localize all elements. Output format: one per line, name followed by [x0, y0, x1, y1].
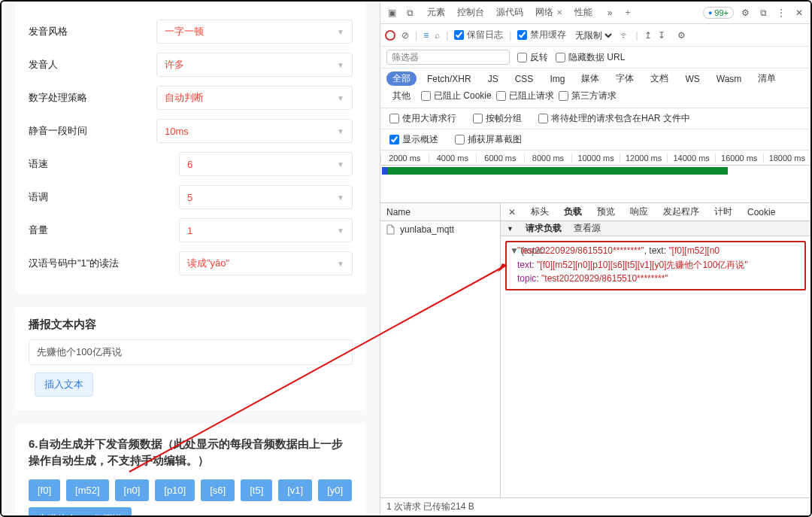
payload-section-header[interactable]: ▼ 请求负载 查看源: [501, 221, 810, 236]
select-speaker[interactable]: 许多▼: [156, 53, 353, 77]
select-one-pronounce[interactable]: 读成"yāo"▼: [179, 251, 353, 275]
dock-icon[interactable]: ⧉: [756, 6, 770, 20]
type-chip[interactable]: Wasm: [710, 73, 748, 85]
search-icon[interactable]: ⌕: [435, 30, 440, 41]
timeline-overview[interactable]: [380, 166, 810, 203]
har-checkbox[interactable]: 将待处理的请求包含在HAR 文件中: [538, 112, 690, 125]
audio-token: [y0]: [318, 479, 352, 501]
options-row-1: 使用大请求行 按帧分组 将待处理的请求包含在HAR 文件中: [380, 108, 810, 129]
type-chip[interactable]: 文档: [644, 71, 674, 86]
label-number-strategy: 数字处理策略: [29, 91, 156, 105]
detail-tab-preview[interactable]: 预览: [589, 205, 623, 218]
detail-tab-initiator[interactable]: 发起程序: [656, 205, 707, 218]
blocked-requests-checkbox[interactable]: 已阻止请求: [496, 90, 554, 102]
issues-badge[interactable]: 99+: [703, 7, 734, 19]
select-volume[interactable]: 1▼: [179, 218, 353, 242]
request-row[interactable]: yunlaba_mqtt: [380, 221, 500, 238]
overview-checkbox[interactable]: 显示概述: [389, 133, 438, 146]
preserve-log-checkbox[interactable]: 保留日志: [454, 29, 503, 41]
select-number-strategy[interactable]: 自动判断▼: [156, 86, 353, 110]
name-header[interactable]: Name: [380, 203, 500, 221]
close-detail-icon[interactable]: ✕: [501, 207, 523, 217]
detail-tab-response[interactable]: 响应: [623, 205, 656, 218]
chevron-down-icon: ▼: [337, 127, 344, 135]
label-one-pronounce: 汉语号码中"1"的读法: [29, 257, 156, 270]
gear-icon[interactable]: ⚙: [677, 30, 686, 41]
hide-data-url-checkbox[interactable]: 隐藏数据 URL: [556, 51, 625, 64]
type-chip[interactable]: Img: [544, 73, 571, 85]
close-devtools-icon[interactable]: ✕: [792, 6, 806, 20]
tab-network[interactable]: 网络✕: [529, 3, 568, 22]
type-chip[interactable]: 媒体: [575, 71, 605, 86]
insert-text-button[interactable]: 插入文本: [35, 373, 93, 397]
filter-input[interactable]: [386, 50, 510, 65]
audio-token: [p10]: [155, 479, 195, 501]
screenshot-checkbox[interactable]: 捕获屏幕截图: [455, 133, 522, 146]
section-6: 6.自动生成并下发音频数据（此处显示的每段音频数据由上一步操作自动生成，不支持手…: [15, 424, 366, 515]
payload-title: 请求负载: [526, 222, 562, 235]
type-chip[interactable]: 清单: [752, 71, 782, 86]
third-party-checkbox[interactable]: 第三方请求: [559, 90, 617, 102]
select-silence[interactable]: 10ms▼: [156, 119, 353, 143]
caret-down-icon: ▼: [507, 225, 514, 233]
type-chip-all[interactable]: 全部: [386, 71, 417, 86]
close-icon[interactable]: ✕: [556, 8, 562, 17]
type-chip[interactable]: 字体: [610, 71, 640, 86]
timeline-bar: [382, 167, 728, 175]
timeline-ruler[interactable]: 2000 ms 4000 ms 6000 ms 8000 ms 10000 ms…: [380, 151, 810, 166]
wifi-icon[interactable]: ᯤ: [620, 30, 629, 41]
disable-cache-checkbox[interactable]: 禁用缓存: [517, 29, 566, 41]
detail-tab-headers[interactable]: 标头: [523, 205, 556, 218]
inspect-icon[interactable]: ▣: [385, 6, 398, 20]
throttle-select[interactable]: 无限制: [572, 29, 614, 41]
detail-tab-payload[interactable]: 负载: [556, 205, 589, 218]
app-panel: 发音风格一字一顿▼ 发音人许多▼ 数字处理策略自动判断▼ 静音一段时间10ms▼…: [2, 2, 380, 515]
devtools-panel: ▣ ⧉ 元素 控制台 源代码 网络✕ 性能 » ＋ 99+ ⚙ ⧉ ⋮ ✕ ⊘ …: [380, 2, 810, 515]
blocked-cookies-checkbox[interactable]: 已阻止 Cookie: [421, 90, 492, 102]
more-tabs-icon[interactable]: »: [603, 6, 617, 20]
file-icon: [386, 224, 395, 235]
select-voice-style[interactable]: 一字一顿▼: [156, 20, 353, 44]
label-speed: 语速: [29, 157, 156, 171]
select-speed[interactable]: 6▼: [179, 152, 353, 176]
type-chip[interactable]: WS: [679, 73, 705, 85]
type-filter-row: 全部 Fetch/XHR JS CSS Img 媒体 字体 文档 WS Wasm…: [380, 68, 810, 108]
audio-token: [s6]: [201, 479, 235, 501]
download-icon[interactable]: ↧: [658, 30, 665, 41]
request-name: yunlaba_mqtt: [400, 224, 454, 235]
invert-checkbox[interactable]: 反转: [517, 51, 548, 64]
detail-tab-timing[interactable]: 计时: [707, 205, 740, 218]
group-by-frame-checkbox[interactable]: 按帧分组: [473, 112, 522, 125]
type-chip[interactable]: Fetch/XHR: [421, 73, 477, 85]
devtools-top-toolbar: ▣ ⧉ 元素 控制台 源代码 网络✕ 性能 » ＋ 99+ ⚙ ⧉ ⋮ ✕: [380, 2, 810, 24]
record-icon[interactable]: [385, 30, 395, 41]
audio-token: [f0]: [29, 479, 60, 501]
view-source-link[interactable]: 查看源: [574, 222, 601, 235]
chevron-down-icon: ▼: [337, 94, 344, 102]
chevron-down-icon: ▼: [337, 193, 344, 202]
tab-sources[interactable]: 源代码: [490, 3, 529, 22]
kebab-icon[interactable]: ⋮: [774, 6, 788, 20]
request-list: Name yunlaba_mqtt: [380, 203, 501, 497]
chevron-down-icon: ▼: [337, 160, 344, 169]
filter-row: 反转 隐藏数据 URL: [380, 47, 810, 68]
gear-icon[interactable]: ⚙: [738, 6, 752, 20]
clear-icon[interactable]: ⊘: [401, 30, 409, 41]
chevron-down-icon: ▼: [337, 227, 344, 235]
plus-icon[interactable]: ＋: [621, 6, 635, 20]
large-rows-checkbox[interactable]: 使用大请求行: [389, 112, 456, 125]
label-speaker: 发音人: [29, 58, 156, 71]
broadcast-text-input[interactable]: 先赚他个100亿再说: [29, 339, 353, 365]
type-chip[interactable]: JS: [482, 73, 504, 85]
tab-elements[interactable]: 元素: [421, 3, 451, 22]
detail-tab-cookies[interactable]: Cookie: [740, 207, 783, 217]
device-icon[interactable]: ⧉: [403, 6, 417, 20]
tab-performance[interactable]: 性能: [568, 3, 598, 22]
select-tone[interactable]: 5▼: [179, 185, 353, 209]
audio-token: [m52]: [66, 479, 109, 501]
upload-icon[interactable]: ↥: [644, 30, 652, 41]
tab-console[interactable]: 控制台: [451, 3, 490, 22]
type-chip[interactable]: 其他: [386, 89, 417, 103]
filter-icon[interactable]: ≡: [423, 30, 429, 41]
type-chip[interactable]: CSS: [509, 73, 540, 85]
